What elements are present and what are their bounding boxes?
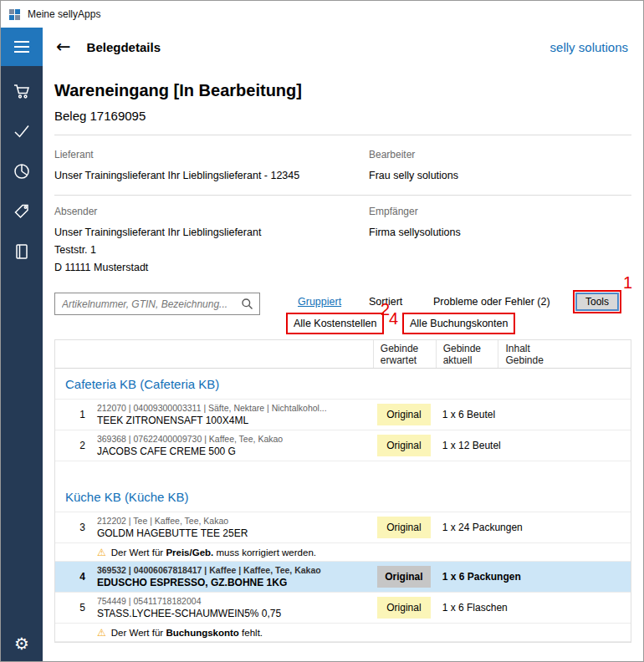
search-icon [241,298,253,310]
app-window: Meine sellyApps [0,0,644,662]
app-icon [8,8,21,21]
cell-gebinde: Original [373,593,436,623]
table-header: Gebinde erwartet Gebinde aktuell Inhalt … [55,340,631,369]
search-box [54,293,260,315]
row-number: 3 [55,512,94,542]
row-product-name: STASS.LYCHEE-SCHAUMWEIN5% 0,75 [97,608,373,619]
row-description: 369368 | 07622400009730 | Kaffee, Tee, K… [94,430,373,461]
document-number: Beleg 17169095 [54,109,631,123]
cell-inhalt: 1 x 6 Flaschen [436,593,631,623]
field-value: Frau selly solutions [369,167,631,185]
row-description: 369532 | 04006067818417 | Kaffee | Kaffe… [94,562,373,592]
header-inhalt-gebinde: Inhalt Gebinde [498,340,631,368]
cell-inhalt: 1 x 6 Beutel [436,400,631,430]
table-row[interactable]: 5 754449 | 05411718182004 STASS.LYCHEE-S… [55,592,631,623]
row-meta: 754449 | 05411718182004 [97,596,373,606]
row-meta: 369532 | 04006067818417 | Kaffee | Kaffe… [97,565,373,575]
page-title: Belegdetails [87,40,161,54]
row-description: 212202 | Tee | Kaffee, Tee, Kakao GOLDM … [94,512,373,542]
row-meta: 212202 | Tee | Kaffee, Tee, Kakao [97,516,373,526]
row-product-name: EDUSCHO ESPRESSO, GZ.BOHNE 1KG [97,577,373,588]
annotation-box-buchungskonten: Alle Buchungskonten [402,313,515,334]
row-description: 212070 | 04009300003311 | Säfte, Nektare… [94,400,373,430]
field-label: Empfänger [369,206,631,217]
field-label: Absender [54,206,369,217]
header-number-col [55,340,94,368]
table-row-selected[interactable]: 4 369532 | 04006067818417 | Kaffee | Kaf… [55,561,631,592]
row-meta: 212070 | 04009300003311 | Säfte, Nektare… [97,403,373,413]
price-tag-icon[interactable] [1,201,43,222]
row-number: 5 [55,593,94,623]
row-product-name: TEEK ZITRONENSAFT 100X4ML [97,415,373,426]
cell-inhalt: 1 x 6 Packungen [436,562,631,592]
warning-icon: ⚠ [97,547,106,558]
gebinde-badge[interactable]: Original [377,517,431,538]
fields-row-1: Lieferant Unser Trainingslieferant Ihr L… [54,135,631,196]
cell-gebinde: Original [373,512,436,542]
field-absender: Absender Unser Trainingslieferant Ihr Li… [54,206,369,277]
tab-gruppiert[interactable]: Gruppiert [298,296,341,308]
cell-gebinde: Original [373,430,436,461]
row-number: 1 [55,400,94,430]
back-arrow-icon[interactable]: ← [56,37,71,57]
table-row[interactable]: 2 369368 | 07622400009730 | Kaffee, Tee,… [55,430,631,461]
cell-inhalt: 1 x 24 Packungen [436,512,631,542]
sidebar: ⚙ [1,28,43,662]
row-description: 754449 | 05411718182004 STASS.LYCHEE-SCH… [94,593,373,623]
field-value: Firma sellysolutions [369,224,631,242]
gebinde-badge[interactable]: Original [377,597,431,619]
table-row[interactable]: 3 212202 | Tee | Kaffee, Tee, Kakao GOLD… [55,512,631,542]
field-value: Unser Trainingslieferant Ihr Lieblingsli… [54,167,369,185]
field-label: Bearbeiter [369,149,631,160]
gebinde-badge[interactable]: Original [377,566,431,588]
shopping-cart-icon[interactable] [1,80,43,101]
header-description-col [94,340,373,368]
tab-probleme-fehler[interactable]: Probleme oder Fehler (2) [433,296,550,308]
tools-button[interactable]: Tools [575,293,619,311]
table-row[interactable]: 1 212070 | 04009300003311 | Säfte, Nekta… [55,399,631,430]
toolbar: Gruppiert Sortiert Probleme oder Fehler … [54,283,631,339]
filter-kostenstellen[interactable]: Alle Kostenstellen [294,318,376,329]
field-value: Unser Trainingslieferant Ihr Lieblingsli… [54,224,369,277]
field-empfaenger: Empfänger Firma sellysolutions [369,206,631,277]
gebinde-badge[interactable]: Original [377,404,431,425]
book-icon[interactable] [1,241,43,262]
annotation-box-kostenstellen: Alle Kostenstellen [286,313,384,334]
annotation-number-1: 1 [623,274,632,291]
field-label: Lieferant [54,149,369,160]
group-rows: 3 212202 | Tee | Kaffee, Tee, Kakao GOLD… [55,512,631,642]
brand-label: selly solutions [550,40,628,54]
document-title: Wareneingang [In Bearbeitung] [54,81,631,100]
row-number: 2 [55,430,94,461]
group-header-kueche: Küche KB (Küche KB) [55,481,631,512]
page-header: ← Belegdetails selly solutions [43,28,643,66]
field-bearbeiter: Bearbeiter Frau selly solutions [369,149,631,185]
gebinde-badge[interactable]: Original [377,435,431,456]
row-product-name: JACOBS CAFE CREME 500 G [97,446,373,457]
sidebar-nav [1,80,43,262]
hamburger-menu-icon[interactable] [1,28,43,66]
annotation-box-tools: Tools [573,290,621,313]
titlebar: Meine sellyApps [1,1,643,28]
positions-table: Gebinde erwartet Gebinde aktuell Inhalt … [54,339,631,643]
row-number: 4 [55,562,94,592]
filter-buchungskonten[interactable]: Alle Buchungskonten [410,318,508,329]
window-title: Meine sellyApps [28,8,100,20]
header-gebinde-erwartet: Gebinde erwartet [373,340,436,368]
group-header-cafeteria: Cafeteria KB (Cafeteria KB) [55,369,631,399]
search-input[interactable] [62,298,241,310]
annotation-number-4: 4 [389,310,398,327]
warning-text: Der Wert für Buchungskonto fehlt. [111,628,263,638]
row-meta: 369368 | 07622400009730 | Kaffee, Tee, K… [97,434,373,444]
pie-chart-icon[interactable] [1,160,43,181]
cell-inhalt: 1 x 12 Beutel [436,430,631,461]
content-area: Wareneingang [In Bearbeitung] Beleg 1716… [43,66,643,662]
row-product-name: GOLDM HAGEBUTTE TEE 25ER [97,527,373,539]
header-gebinde-aktuell: Gebinde aktuell [436,340,498,368]
warning-row: ⚠ Der Wert für Buchungskonto fehlt. [55,623,631,641]
cell-gebinde: Original [373,400,436,430]
settings-gear-icon[interactable]: ⚙ [14,635,29,652]
warning-text: Der Wert für Preis/Geb. muss korrigiert … [111,547,316,558]
field-lieferant: Lieferant Unser Trainingslieferant Ihr L… [54,149,369,185]
checkmark-icon[interactable] [1,120,43,141]
